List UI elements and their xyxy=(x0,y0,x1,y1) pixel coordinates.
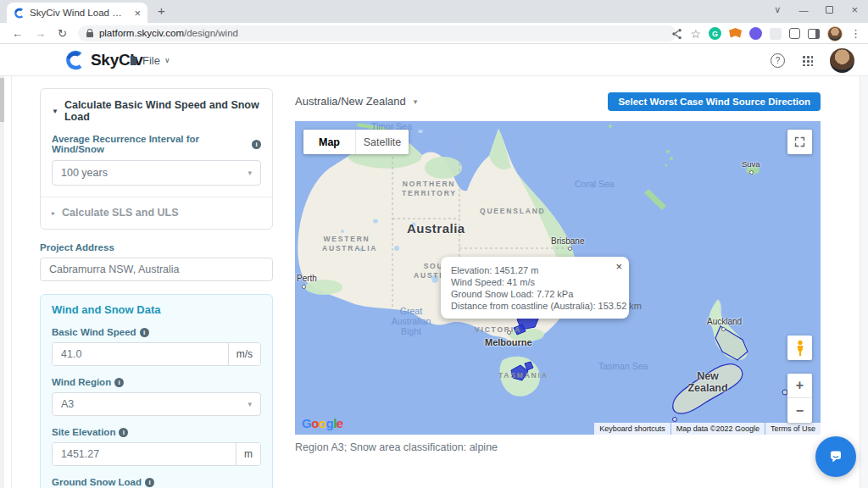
url-path: /design/wind xyxy=(184,28,238,38)
extensions-puzzle-icon[interactable] xyxy=(789,28,800,39)
panel-edge-divider xyxy=(11,76,12,488)
ari-label: Average Recurrence Interval for Wind/Sno… xyxy=(52,134,261,154)
info-icon[interactable]: i xyxy=(145,478,154,487)
wind-region-label: Wind Region i xyxy=(52,377,261,387)
side-panel-icon[interactable] xyxy=(808,29,820,39)
browser-url-row: ← → ↻ platform.skyciv.com/design/wind ☆ … xyxy=(0,23,868,44)
grammarly-extension-icon[interactable]: G xyxy=(709,27,721,40)
wind-region-select[interactable]: A3 ▾ xyxy=(52,392,261,416)
tab-close-icon[interactable]: × xyxy=(134,7,141,19)
left-scrollbar-track[interactable] xyxy=(0,76,4,488)
window-minimize-icon[interactable]: — xyxy=(798,5,808,15)
popup-coastline-distance: Distance from coastline (Australia): 153… xyxy=(451,300,619,312)
wind-snow-data-box: Wind and Snow Data Basic Wind Speed i m/… xyxy=(40,294,273,488)
file-menu[interactable]: File ∨ xyxy=(129,44,170,76)
project-address-label: Project Address xyxy=(40,242,273,252)
map-type-control: Map Satellite xyxy=(303,130,409,154)
forward-icon[interactable]: → xyxy=(35,27,46,40)
help-button[interactable]: ? xyxy=(771,53,785,68)
new-tab-button[interactable]: + xyxy=(158,3,165,18)
url-domain: platform.skyciv.com xyxy=(99,28,184,38)
basic-wind-speed-unit: m/s xyxy=(228,343,260,365)
window-close-icon[interactable]: × xyxy=(851,3,858,16)
info-icon[interactable]: i xyxy=(252,140,261,149)
ari-select[interactable]: 100 years ▾ xyxy=(52,160,261,186)
collapse-caret-icon: ▼ xyxy=(52,108,58,115)
calc-section-header[interactable]: ▼ Calculate Basic Wind Speed and Snow Lo… xyxy=(52,99,261,123)
keyboard-shortcuts-link[interactable]: Keyboard shortcuts xyxy=(594,423,670,435)
project-address-input[interactable] xyxy=(40,258,273,281)
site-elevation-input[interactable] xyxy=(53,443,236,465)
window-menu-icon[interactable]: ∨ xyxy=(774,4,781,15)
apps-grid-icon[interactable] xyxy=(802,55,813,66)
terms-of-use-link[interactable]: Terms of Use xyxy=(765,423,821,435)
right-scrollbar-track[interactable] xyxy=(860,76,868,488)
info-icon[interactable]: i xyxy=(119,428,128,437)
user-avatar[interactable] xyxy=(830,48,854,73)
url-bar[interactable]: platform.skyciv.com/design/wind xyxy=(78,25,676,42)
worst-case-wind-button[interactable]: Select Worst Case Wind Source Direction xyxy=(608,92,821,111)
bookmark-star-icon[interactable]: ☆ xyxy=(690,27,701,41)
browser-tab[interactable]: SkyCiv Wind Load Genera × xyxy=(7,3,147,23)
map-type-map-button[interactable]: Map xyxy=(303,130,356,154)
left-scrollbar-thumb[interactable] xyxy=(0,78,4,122)
wind-region-value: A3 xyxy=(61,398,74,410)
browser-menu-dots-icon[interactable]: ⋮ xyxy=(850,27,861,40)
browser-profile-avatar[interactable] xyxy=(827,26,843,42)
file-menu-label: File xyxy=(142,54,160,67)
metamask-extension-icon[interactable] xyxy=(729,28,742,39)
info-icon[interactable]: i xyxy=(114,378,124,387)
expand-caret-icon: ▸ xyxy=(52,209,55,217)
map-column: Australia/New Zealand ▾ Select Worst Cas… xyxy=(295,92,821,453)
zoom-out-button[interactable]: − xyxy=(787,398,812,423)
city-dot-melbourne xyxy=(507,330,511,335)
google-map[interactable]: Timor Sea Coral Sea Great Australian Big… xyxy=(295,121,821,435)
map-region-select[interactable]: Australia/New Zealand ▾ xyxy=(295,92,417,108)
new-zealand xyxy=(673,299,788,422)
ground-snow-load-label: Ground Snow Load i xyxy=(52,477,261,487)
reload-icon[interactable]: ↻ xyxy=(58,27,67,40)
site-elevation-unit: m xyxy=(236,443,260,465)
popup-elevation: Elevation: 1451.27 m xyxy=(451,264,619,276)
select-caret-icon: ▾ xyxy=(248,400,252,408)
dim-extension-icon[interactable] xyxy=(770,28,782,40)
map-data-copyright: Map data ©2022 Google xyxy=(671,423,765,435)
popup-wind-speed: Wind Speed: 41 m/s xyxy=(451,276,619,288)
basic-wind-speed-input[interactable] xyxy=(53,343,228,365)
city-dot-suva xyxy=(749,170,754,175)
fullscreen-button[interactable] xyxy=(787,130,812,154)
back-icon[interactable]: ← xyxy=(12,27,23,40)
settings-panel: ▼ Calculate Basic Wind Speed and Snow Lo… xyxy=(40,88,273,488)
region-result-text: Region A3; Snow area classification: alp… xyxy=(295,441,821,453)
site-elevation-label: Site Elevation i xyxy=(52,427,261,437)
basic-wind-speed-label: Basic Wind Speed i xyxy=(52,327,261,337)
city-dot-auckland xyxy=(721,327,726,331)
chat-bubble-icon xyxy=(826,446,846,467)
map-attribution: Keyboard shortcuts Map data ©2022 Google… xyxy=(594,423,821,435)
zoom-in-button[interactable]: + xyxy=(787,374,812,398)
map-info-popup: × Elevation: 1451.27 m Wind Speed: 41 m/… xyxy=(441,257,629,319)
share-icon[interactable] xyxy=(671,28,682,40)
basic-wind-speed-group: m/s xyxy=(52,342,261,366)
chat-widget-button[interactable] xyxy=(815,436,856,477)
map-type-satellite-button[interactable]: Satellite xyxy=(356,130,409,154)
window-restore-icon[interactable] xyxy=(826,6,833,14)
google-logo: Google xyxy=(302,416,343,430)
skyciv-favicon-icon xyxy=(14,8,25,19)
popup-close-icon[interactable]: × xyxy=(615,260,622,273)
fullscreen-icon xyxy=(793,136,806,148)
info-icon[interactable]: i xyxy=(140,328,149,337)
ari-value: 100 years xyxy=(61,167,108,179)
lock-icon xyxy=(86,32,93,37)
calc-wind-snow-card: ▼ Calculate Basic Wind Speed and Snow Lo… xyxy=(40,88,273,230)
pacific-islands xyxy=(609,125,760,210)
select-caret-icon: ▾ xyxy=(414,97,418,106)
app-header: SkyCiv File ∨ ? xyxy=(0,44,868,76)
sls-section-header[interactable]: ▸ Calculate SLS and ULS xyxy=(41,197,272,229)
site-elevation-group: m xyxy=(52,442,261,466)
select-caret-icon: ▾ xyxy=(248,169,252,177)
pegman-icon xyxy=(793,340,807,357)
wind-snow-title: Wind and Snow Data xyxy=(52,303,261,316)
purple-extension-icon[interactable] xyxy=(749,27,762,40)
street-view-pegman-button[interactable] xyxy=(787,336,812,360)
